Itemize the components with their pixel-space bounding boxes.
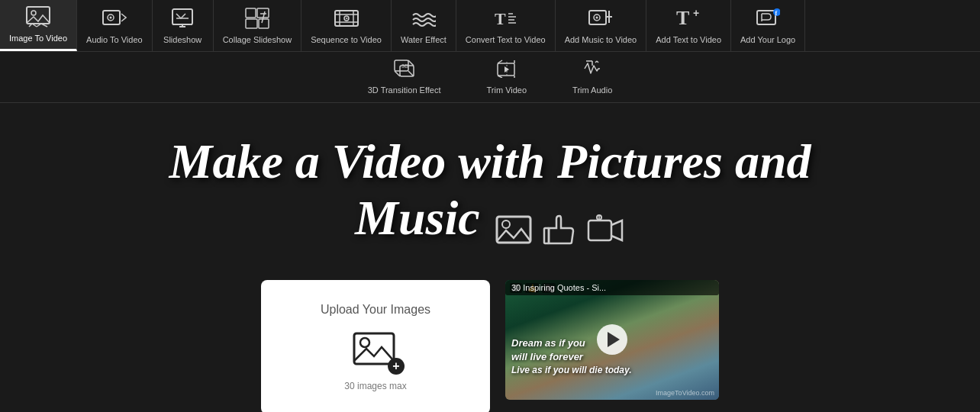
svg-point-1	[31, 11, 36, 15]
nav-item-sequence-to-video[interactable]: Sequence to Video	[301, 0, 392, 51]
collage-slideshow-icon	[245, 8, 269, 32]
svg-text:+: +	[693, 8, 699, 19]
add-logo-icon: f	[756, 8, 780, 32]
upload-icon-wrap: +	[353, 329, 398, 372]
hero-video-icon	[587, 214, 625, 248]
svg-point-41	[502, 220, 510, 228]
svg-rect-12	[246, 19, 257, 28]
hero-section: Make a Video with Pictures and Music	[0, 103, 980, 265]
upload-label: Upload Your Images	[321, 303, 430, 317]
video-title-text: 30 Inspiring Quotes - Si...	[511, 283, 606, 292]
add-music-icon	[588, 8, 613, 32]
svg-text:3D: 3D	[401, 63, 408, 69]
nav-label-convert-text: Convert Text to Video	[466, 35, 546, 44]
svg-text:f: f	[775, 10, 778, 17]
nav-item-audio-to-video[interactable]: Audio To Video	[77, 0, 153, 51]
image-to-video-icon	[26, 6, 50, 31]
svg-point-28	[595, 16, 598, 18]
nav-label-sequence-to-video: Sequence to Video	[311, 35, 382, 44]
water-effect-icon	[411, 8, 436, 32]
video-preview[interactable]: 🖼 👍 🎥 30 Inspiring Quotes - Si... Dream …	[505, 280, 719, 400]
quote-line3: Live as if you will die today.	[511, 364, 713, 377]
upload-limit: 30 images max	[344, 381, 406, 391]
nav-label-add-logo: Add Your Logo	[740, 35, 795, 44]
hero-title: Make a Video with Pictures and Music	[15, 134, 965, 249]
svg-rect-42	[544, 228, 549, 243]
svg-rect-33	[757, 11, 775, 24]
nav-item-slideshow[interactable]: Slideshow	[153, 0, 214, 51]
hero-image-icon	[495, 214, 532, 249]
svg-rect-13	[259, 19, 269, 28]
nav-item-trim-video[interactable]: Trim Video	[464, 52, 550, 102]
video-watermark: ImageToVideo.com	[656, 389, 714, 397]
nav-label-audio-to-video: Audio To Video	[86, 35, 143, 44]
svg-rect-10	[246, 8, 256, 18]
upload-plus-icon: +	[388, 358, 405, 375]
quote-line1: Dream as if you	[511, 336, 713, 350]
svg-text:T: T	[495, 9, 506, 28]
upload-box[interactable]: Upload Your Images + 30 images max	[261, 280, 490, 412]
svg-text:T: T	[676, 8, 689, 29]
slideshow-icon	[170, 8, 195, 32]
nav-label-collage-slideshow: Collage Slideshow	[223, 35, 292, 44]
second-navigation: 3D 3D Transition Effect Trim Video	[0, 52, 980, 103]
nav-label-image-to-video: Image To Video	[9, 34, 67, 43]
svg-rect-43	[588, 220, 611, 240]
svg-point-4	[109, 16, 111, 18]
video-title-bar: 30 Inspiring Quotes - Si...	[505, 280, 719, 295]
quote-line2: will live forever	[511, 350, 713, 364]
svg-point-47	[360, 338, 369, 347]
trim-audio-icon	[582, 60, 603, 82]
nav-item-add-text[interactable]: T + Add Text to Video	[646, 0, 731, 51]
nav-item-trim-audio[interactable]: Trim Audio	[550, 52, 635, 102]
nav-label-slideshow: Slideshow	[163, 35, 201, 44]
nav-item-collage-slideshow[interactable]: Collage Slideshow	[214, 0, 302, 51]
nav-item-3d-transition[interactable]: 3D 3D Transition Effect	[345, 52, 464, 102]
nav-label-add-music: Add Music to Video	[565, 35, 637, 44]
svg-rect-11	[257, 8, 269, 18]
main-content: Upload Your Images + 30 images max 🖼 👍 🎥…	[0, 265, 980, 412]
nav-item-convert-text[interactable]: T Convert Text to Video	[456, 0, 556, 51]
nav-label-trim-audio: Trim Audio	[572, 85, 612, 95]
add-text-icon: T +	[676, 8, 701, 32]
nav-item-water-effect[interactable]: Water Effect	[392, 0, 456, 51]
nav-label-3d-transition: 3D Transition Effect	[368, 85, 441, 95]
nav-item-add-music[interactable]: Add Music to Video	[556, 0, 647, 51]
nav-label-trim-video: Trim Video	[487, 85, 527, 95]
trim-video-icon	[496, 60, 517, 82]
audio-to-video-icon	[102, 8, 127, 32]
nav-label-water-effect: Water Effect	[401, 35, 446, 44]
video-quote: Dream as if you will live forever Live a…	[511, 336, 713, 377]
nav-item-add-logo[interactable]: f Add Your Logo	[731, 0, 805, 51]
nav-item-image-to-video[interactable]: Image To Video	[0, 0, 77, 51]
video-thumbnail: 🖼 👍 🎥 30 Inspiring Quotes - Si... Dream …	[505, 280, 719, 400]
top-navigation: Image To Video Audio To Video Slideshow	[0, 0, 980, 52]
sequence-to-video-icon	[334, 8, 359, 32]
hero-thumbsup-icon	[543, 213, 576, 249]
convert-text-icon: T	[493, 8, 517, 32]
svg-rect-46	[354, 333, 394, 364]
3d-transition-icon: 3D	[394, 60, 415, 82]
nav-label-add-text: Add Text to Video	[656, 35, 721, 44]
